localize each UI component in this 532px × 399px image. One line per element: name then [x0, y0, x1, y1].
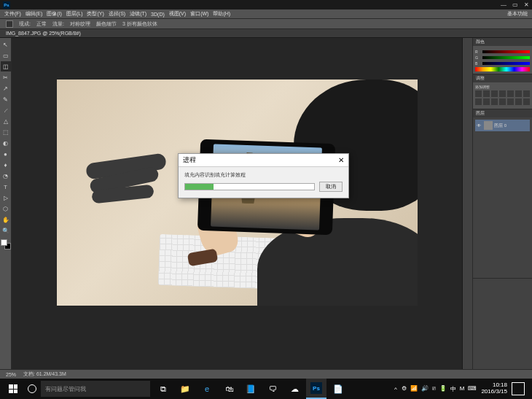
dialog-title: 进程	[183, 155, 196, 165]
marquee-tool[interactable]: ▭	[1, 50, 11, 61]
dodge-tool[interactable]: ◔	[1, 171, 11, 181]
hand-tool[interactable]: ✋	[1, 214, 11, 225]
progress-bar-fill	[185, 184, 214, 190]
document-info[interactable]: 文档: 61.2M/43.3M	[23, 371, 66, 378]
adjustment-icon[interactable]	[475, 98, 482, 105]
r-slider[interactable]	[482, 50, 530, 53]
app-icon[interactable]: 🗨	[262, 379, 283, 399]
app-icon[interactable]: 📘	[240, 379, 261, 399]
layer-thumbnail[interactable]	[484, 121, 493, 130]
eraser-tool[interactable]: ◐	[1, 138, 11, 148]
adjustments-tab[interactable]: 调整	[476, 75, 485, 82]
store-icon[interactable]: 🛍	[219, 379, 239, 399]
adjustment-icon[interactable]	[483, 90, 490, 97]
pen-tool[interactable]: ▷	[1, 193, 11, 203]
volume-icon[interactable]: 🔊	[421, 385, 429, 393]
gradient-tool[interactable]: ●	[1, 149, 11, 159]
app-icon[interactable]: 📄	[328, 379, 348, 399]
close-button[interactable]: ✕	[524, 1, 529, 8]
menu-type[interactable]: 类型(Y)	[87, 10, 103, 18]
ime-lang-icon[interactable]: 中	[450, 385, 456, 393]
eyedropper-tool[interactable]: ↗	[1, 83, 11, 93]
photoshop-taskbar-icon[interactable]: Ps	[306, 379, 326, 399]
lasso-tool[interactable]: ◫	[1, 61, 11, 71]
color-swatches[interactable]	[1, 239, 11, 249]
edge-browser-icon[interactable]: e	[197, 379, 217, 399]
adjustment-icon[interactable]	[491, 90, 498, 97]
adjustment-icon[interactable]	[475, 90, 482, 97]
battery-icon[interactable]: 🔋	[439, 385, 447, 393]
app-icon[interactable]: ☁	[284, 379, 305, 399]
brush-tool[interactable]: ⟋	[1, 105, 11, 115]
canvas-area[interactable]: 炽热狙击 进程 ✕ 填充内容识别填充计算效程	[12, 38, 462, 369]
adjustment-icon[interactable]	[523, 98, 530, 105]
option-label: 流量:	[52, 20, 64, 28]
file-explorer-icon[interactable]: 📁	[175, 379, 195, 399]
dialog-close-button[interactable]: ✕	[338, 156, 344, 164]
crop-tool[interactable]: ✂	[1, 72, 11, 82]
collapsed-panel-dock[interactable]	[463, 38, 473, 369]
menu-view[interactable]: 视图(V)	[169, 10, 186, 18]
menu-help[interactable]: 帮助(H)	[213, 10, 230, 18]
search-input[interactable]: 有问题尽管问我	[41, 381, 150, 397]
adjustment-icon[interactable]	[507, 90, 514, 97]
type-tool[interactable]: T	[1, 182, 11, 192]
zoom-level[interactable]: 25%	[6, 372, 16, 377]
menu-layer[interactable]: 图层(L)	[66, 10, 83, 18]
tray-chevron-icon[interactable]: ^	[394, 386, 397, 392]
keyboard-icon[interactable]: ⌨	[468, 385, 477, 393]
foreground-color-swatch[interactable]	[1, 239, 7, 246]
adjustment-icon[interactable]	[515, 90, 522, 97]
adjustment-icon[interactable]	[499, 98, 506, 105]
start-button[interactable]	[3, 379, 23, 399]
menu-edit[interactable]: 编辑(E)	[26, 10, 42, 18]
action-center-icon[interactable]	[512, 382, 525, 395]
clock[interactable]: 10:18 2016/3/15	[481, 382, 507, 395]
menu-select[interactable]: 选择(S)	[109, 10, 125, 18]
menu-filter[interactable]: 滤镜(T)	[130, 10, 146, 18]
cortana-button[interactable]	[23, 384, 41, 393]
g-slider[interactable]	[482, 56, 530, 59]
adjustment-icon[interactable]	[523, 90, 530, 97]
tray-icon[interactable]: ⚙	[402, 385, 407, 393]
adjustment-icon[interactable]	[507, 98, 514, 105]
b-slider[interactable]	[482, 62, 530, 65]
document-tab[interactable]: IMG_8847.JPG @ 25%(RGB/8#)	[0, 29, 532, 38]
menu-image[interactable]: 图像(I)	[47, 10, 62, 18]
tray-icon[interactable]: ⎚	[432, 385, 436, 393]
menu-file[interactable]: 文件(F)	[4, 10, 21, 18]
adjustment-icon[interactable]	[499, 90, 506, 97]
option-item[interactable]: 3 折有颜色软体	[122, 20, 157, 28]
visibility-icon[interactable]: 👁	[477, 123, 482, 128]
layers-tab[interactable]: 图层	[476, 110, 485, 117]
color-tab[interactable]: 颜色	[476, 39, 485, 45]
move-tool[interactable]: ↖	[1, 39, 11, 50]
blur-tool[interactable]: ♦	[1, 160, 11, 170]
tool-preset-icon[interactable]	[6, 20, 13, 28]
maximize-button[interactable]: ▭	[512, 1, 518, 8]
window-controls: — ▭ ✕	[501, 1, 529, 8]
network-icon[interactable]: 📶	[410, 385, 418, 393]
dialog-title-bar[interactable]: 进程 ✕	[179, 154, 348, 167]
ime-mode-icon[interactable]: M	[460, 385, 465, 393]
stamp-tool[interactable]: △	[1, 116, 11, 126]
adjustment-icon[interactable]	[483, 98, 490, 105]
task-view-button[interactable]: ⧉	[153, 379, 173, 399]
menu-3d[interactable]: 3D(D)	[151, 12, 165, 17]
menu-window[interactable]: 窗口(W)	[190, 10, 208, 18]
color-ramp[interactable]	[475, 67, 530, 71]
option-item[interactable]: 颜色细节	[96, 20, 117, 28]
adjustment-icon[interactable]	[491, 98, 498, 105]
option-item[interactable]: 对称纹理	[70, 20, 90, 28]
cancel-button[interactable]: 取消	[319, 182, 343, 192]
minimize-button[interactable]: —	[501, 1, 506, 8]
option-mode[interactable]: 正常	[36, 20, 47, 28]
healing-tool[interactable]: ✎	[1, 94, 11, 104]
shape-tool[interactable]: ⬡	[1, 204, 11, 214]
layer-row[interactable]: 👁 图层 0	[475, 120, 530, 131]
zoom-tool[interactable]: 🔍	[1, 225, 11, 236]
workspace-switcher[interactable]: 基本功能	[507, 10, 528, 18]
adjustment-icon[interactable]	[515, 98, 522, 105]
r-label: R	[475, 50, 481, 54]
history-brush-tool[interactable]: ⬚	[1, 127, 11, 137]
